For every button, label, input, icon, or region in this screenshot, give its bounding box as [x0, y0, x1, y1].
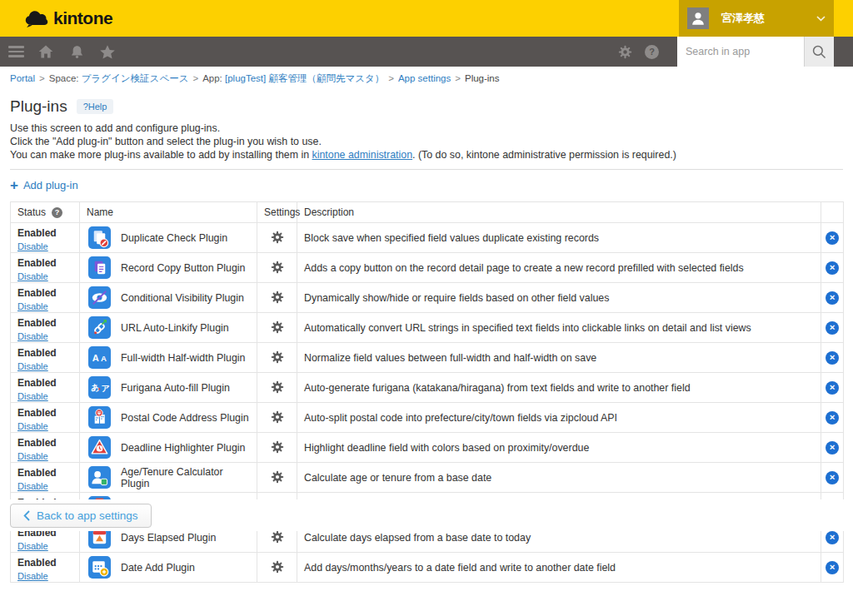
plugin-name: URL Auto-Linkify Plugin [121, 322, 229, 334]
plugin-disable-link[interactable]: Disable [17, 391, 48, 401]
url-linkify-icon [88, 316, 111, 339]
plugin-settings-button[interactable] [269, 349, 286, 365]
svg-text:あ: あ [91, 383, 99, 392]
plugin-settings-button[interactable] [269, 259, 286, 276]
plugin-status: Enabled [17, 318, 72, 329]
plugin-disable-link[interactable]: Disable [17, 271, 48, 281]
search-button[interactable] [804, 37, 834, 67]
svg-text:ア: ア [102, 384, 110, 393]
plugin-disable-link[interactable]: Disable [17, 301, 48, 311]
add-plugin-button[interactable]: + Add plug-in [10, 177, 78, 194]
plugin-name: Date Add Plugin [121, 562, 195, 574]
furigana-icon: あア [88, 376, 111, 399]
back-to-app-settings-button[interactable]: Back to app settings [10, 504, 152, 528]
breadcrumb-prefix: App: [202, 73, 225, 83]
plugin-settings-button[interactable] [269, 289, 286, 306]
global-toolbar: ? [0, 37, 853, 67]
plugin-description: Dynamically show/hide or require fields … [297, 283, 821, 313]
breadcrumb-link[interactable]: App settings [398, 73, 451, 83]
plugin-description: Auto-generate furigana (katakana/hiragan… [297, 373, 821, 403]
plugin-name: Deadline Highlighter Plugin [121, 442, 245, 454]
table-row: EnabledDisableAAFull-width Half-width Pl… [11, 343, 844, 373]
plugin-delete-button[interactable]: × [826, 561, 839, 574]
kintone-logo[interactable]: kintone [24, 8, 112, 28]
plugin-delete-button[interactable]: × [826, 321, 839, 335]
home-icon[interactable] [37, 43, 55, 60]
search-group [677, 37, 834, 67]
plugin-description: Add days/months/years to a date field an… [297, 553, 821, 583]
plugin-settings-button[interactable] [269, 319, 286, 335]
star-icon[interactable] [98, 43, 117, 60]
plugin-settings-button[interactable] [269, 439, 286, 455]
plugin-name: Duplicate Check Plugin [121, 232, 227, 244]
plugin-delete-button[interactable]: × [826, 411, 839, 425]
plugin-settings-button[interactable] [269, 559, 286, 575]
search-input[interactable] [677, 37, 804, 67]
plugin-disable-link[interactable]: Disable [17, 451, 48, 461]
table-row: EnabledDisableConditional Visibility Plu… [11, 283, 844, 313]
description-column-header: Description [297, 202, 821, 223]
help-icon[interactable]: ? [645, 45, 659, 59]
conditional-visibility-icon [88, 286, 111, 309]
breadcrumb-current: Plug-ins [465, 73, 500, 83]
add-plugin-label: Add plug-in [23, 177, 78, 194]
user-name: 宮澤孝慈 [721, 11, 816, 26]
logo-wordmark: kintone [53, 8, 112, 28]
plugin-status: Enabled [17, 378, 72, 389]
intro-line-2: Click the "Add plug-in" button and selec… [10, 135, 843, 148]
plugin-settings-button[interactable] [269, 409, 286, 425]
breadcrumb-link[interactable]: Portal [10, 73, 35, 83]
plugin-settings-button[interactable] [269, 529, 286, 545]
table-row: EnabledDisableDuplicate Check PluginBloc… [11, 223, 844, 253]
plugin-disable-link[interactable]: Disable [17, 421, 48, 431]
plugin-status: Enabled [17, 228, 72, 239]
plugin-delete-button[interactable]: × [826, 291, 839, 305]
duplicate-check-icon [88, 226, 111, 249]
plugin-description: Calculate age or tenure from a base date [297, 463, 821, 493]
plugin-status: Enabled [17, 558, 72, 569]
plugin-settings-button[interactable] [269, 229, 286, 246]
user-menu[interactable]: 宮澤孝慈 [679, 0, 834, 37]
breadcrumb: Portal>Space: プラグイン検証スペース>App: [plugTest… [0, 67, 853, 92]
table-header-row: Status ? Name Settings Description [11, 202, 844, 223]
plugin-disable-link[interactable]: Disable [17, 481, 48, 491]
breadcrumb-separator: > [388, 73, 394, 83]
plugin-delete-button[interactable]: × [826, 351, 839, 365]
plugin-disable-link[interactable]: Disable [17, 361, 48, 371]
plugin-delete-button[interactable]: × [826, 381, 839, 395]
hamburger-icon[interactable] [8, 46, 24, 57]
user-avatar-icon [687, 7, 709, 29]
plugin-disable-link[interactable]: Disable [17, 241, 48, 251]
intro-line-3: You can make more plug-ins available to … [10, 148, 843, 161]
plugin-description: Auto-split postal code into prefecture/c… [297, 403, 821, 433]
plugin-settings-button[interactable] [269, 379, 286, 395]
page-help-link[interactable]: ?Help [77, 99, 114, 114]
plugin-delete-button[interactable]: × [826, 531, 839, 544]
plugin-delete-button[interactable]: × [826, 441, 839, 455]
status-help-icon[interactable]: ? [52, 207, 62, 218]
plugin-delete-button[interactable]: × [826, 471, 839, 484]
gear-icon[interactable] [616, 43, 634, 60]
table-row: EnabledDisableDate Add PluginAdd days/mo… [11, 553, 844, 583]
plugin-delete-button[interactable]: × [826, 231, 839, 245]
plugin-disable-link[interactable]: Disable [17, 541, 48, 551]
plugin-settings-button[interactable] [269, 469, 286, 485]
plugin-delete-button[interactable]: × [826, 261, 839, 275]
intro-text: Use this screen to add and configure plu… [10, 122, 843, 161]
intro-line-3-before: You can make more plug-ins available to … [10, 149, 312, 161]
plugin-status: Enabled [17, 348, 72, 359]
breadcrumb-link[interactable]: プラグイン検証スペース [82, 73, 189, 83]
breadcrumb-link[interactable]: [plugTest] 顧客管理（顧問先マスタ） [225, 73, 384, 83]
plugin-name: Postal Code Address Plugin [121, 412, 249, 424]
breadcrumb-separator: > [455, 73, 461, 83]
plugin-disable-link[interactable]: Disable [17, 331, 48, 341]
plugin-name: Furigana Auto-fill Plugin [121, 382, 230, 394]
table-row: EnabledDisableDeadline Highlighter Plugi… [11, 433, 844, 463]
intro-line-3-after: . (To do so, kintone administrative perm… [412, 149, 676, 161]
kintone-administration-link[interactable]: kintone administration [312, 149, 413, 161]
table-row: EnabledDisablePostal Code Address Plugin… [11, 403, 844, 433]
plugin-status: Enabled [17, 258, 72, 269]
plugin-name: Record Copy Button Plugin [121, 262, 245, 274]
plugin-disable-link[interactable]: Disable [17, 571, 48, 581]
bell-icon[interactable] [67, 43, 86, 60]
